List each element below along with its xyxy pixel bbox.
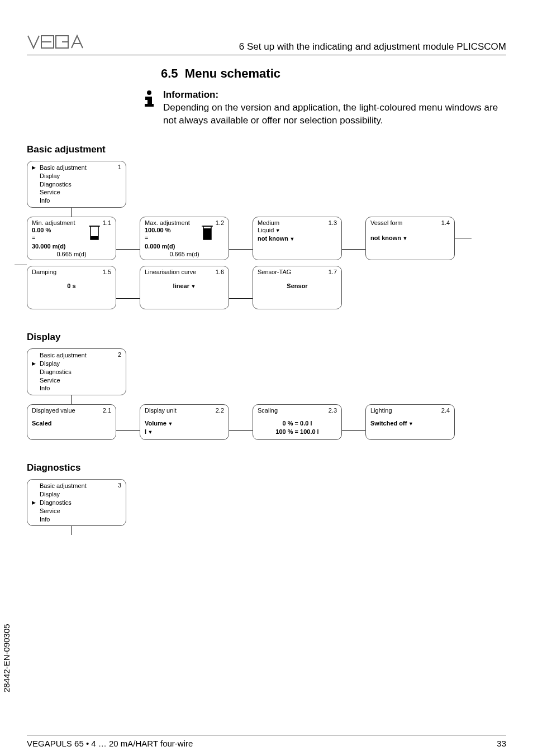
menu-item: Basic adjustment [32,482,121,490]
box-scaling: 2.3 Scaling 0 % = 0.0 l 100 % = 100.0 l [253,404,342,440]
document-number: 28442-EN-090305 [2,624,11,692]
menu-item: Basic adjustment [32,164,121,172]
page-header: 6 Set up with the indicating and adjustm… [27,34,506,55]
box-num: 2.4 [441,407,450,414]
menu-basic: 1 Basic adjustment Display Diagnostics S… [27,161,126,208]
basic-adjustment-diagram: 1 Basic adjustment Display Diagnostics S… [27,161,506,309]
menu-item: Info [32,197,121,205]
box-title: Medium [258,219,337,226]
information-note: Information: Depending on the version an… [143,89,506,127]
menu-item: Display [32,172,121,180]
box-line: 0.665 m(d) [32,250,111,258]
menu-item: Basic adjustment [32,351,121,360]
svg-rect-9 [145,104,154,107]
box-line: 30.000 m(d) [32,242,111,250]
vega-logo [27,34,88,52]
box-line: l [145,428,224,436]
box-min-adjustment: 1.1 Min. adjustment 0.00 % = 30.000 m(d)… [27,217,116,260]
group-display-title: Display [27,332,506,343]
box-line: linear [145,282,224,290]
section-heading: 6.5 Menu schematic [161,66,506,81]
box-linearisation: 1.6 Linearisation curve linear [140,266,229,309]
level-empty-icon [89,225,100,243]
box-num: 1.3 [329,219,337,226]
box-medium: 1.3 Medium Liquid not known [253,217,342,260]
menu-item: Diagnostics [32,368,121,376]
menu-item: Display [32,360,121,368]
group-diagnostics-title: Diagnostics [27,462,506,473]
box-line: Volume [145,419,224,428]
box-damping: 1.5 Damping 0 s [27,266,116,309]
box-line: Liquid [258,226,337,235]
box-line: 0 s [32,282,111,290]
box-title: Damping [32,269,111,275]
box-title: Linearisation curve [145,269,224,275]
menu-item: Diagnostics [32,499,121,507]
display-diagram: 2 Basic adjustment Display Diagnostics S… [27,348,506,440]
box-title: Display unit [145,407,224,414]
box-num: 1.6 [216,269,224,275]
box-sensor-tag: 1.7 Sensor-TAG Sensor [253,266,342,309]
box-displayed-value: 2.1 Displayed value Scaled [27,404,116,440]
box-title: Scaling [258,407,337,414]
box-title: Displayed value [32,407,111,414]
box-num: 1.4 [441,219,450,226]
box-line: 0 % = 0.0 l [258,419,337,427]
box-num: 1.2 [216,219,224,226]
box-line: Scaled [32,419,111,427]
box-title: Vessel form [370,219,450,226]
chapter-title: 6 Set up with the indicating and adjustm… [88,41,506,52]
box-line: 100 % = 100.0 l [258,428,337,436]
box-max-adjustment: 1.2 Max. adjustment 100.00 % = 0.000 m(d… [140,217,229,260]
box-num: 2.2 [216,407,224,414]
box-line: not known [370,234,450,242]
box-lighting: 2.4 Lighting Switched off [365,404,455,440]
box-line: 0.665 m(d) [145,250,224,258]
menu-item: Display [32,490,121,499]
page-number: 33 [497,739,506,748]
diagnostics-diagram: 3 Basic adjustment Display Diagnostics S… [27,479,506,535]
box-display-unit: 2.2 Display unit Volume l [140,404,229,440]
menu-item: Info [32,515,121,524]
level-full-icon [202,225,213,243]
menu-item: Info [32,384,121,393]
page-footer: VEGAPULS 65 • 4 … 20 mA/HART four-wire 3… [27,735,506,748]
box-num: 1.5 [103,269,111,275]
svg-rect-15 [203,228,211,240]
box-num: 2.3 [329,407,337,414]
menu-item: Diagnostics [32,180,121,189]
box-title: Lighting [370,407,450,414]
info-icon [143,90,155,109]
svg-point-6 [147,90,151,95]
group-basic-title: Basic adjustment [27,144,506,155]
box-line: Sensor [258,282,337,290]
info-label: Information: [163,89,506,102]
box-line: not known [258,235,337,243]
box-num: 1.1 [103,219,111,226]
box-vessel-form: 1.4 Vessel form not known [365,217,455,260]
menu-item: Service [32,376,121,385]
box-num: 2.1 [103,407,111,414]
box-title: Sensor-TAG [258,269,337,275]
menu-diagnostics: 3 Basic adjustment Display Diagnostics S… [27,479,126,526]
info-body: Depending on the version and application… [163,102,498,126]
box-line: Switched off [370,419,450,428]
svg-rect-12 [91,236,98,240]
menu-item: Service [32,188,121,197]
menu-item: Service [32,507,121,515]
menu-display: 2 Basic adjustment Display Diagnostics S… [27,348,126,395]
box-num: 1.7 [329,269,337,275]
footer-left: VEGAPULS 65 • 4 … 20 mA/HART four-wire [27,739,193,748]
box-line: 0.000 m(d) [145,242,224,250]
